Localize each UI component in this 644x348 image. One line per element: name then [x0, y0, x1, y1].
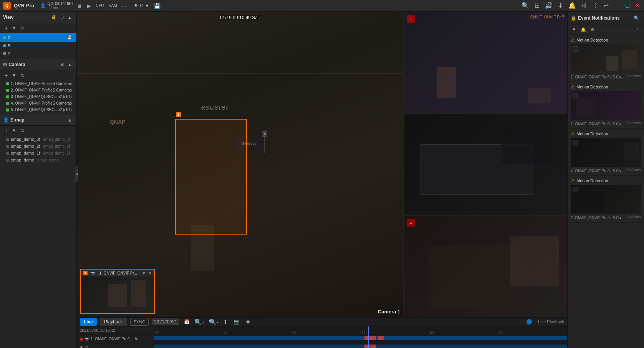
- layout-icon[interactable]: ⊞: [533, 1, 541, 10]
- view-sort-icon[interactable]: ⇅: [19, 25, 26, 32]
- camera-item-5[interactable]: 5. ONVIF_QNAP QUSBCam2 (ch1): [0, 107, 76, 113]
- zoom-in-btn[interactable]: 🔍+: [194, 318, 205, 326]
- event-time-3: Just now: [626, 168, 641, 173]
- monitor-icon[interactable]: 🖥: [75, 2, 84, 10]
- event-list: ⚠ Motion Detection 1. ONVIF_ONVIF Profil…: [568, 35, 644, 348]
- timeline-live-indicator[interactable]: [526, 319, 532, 325]
- event-filter-icon[interactable]: ⚑: [571, 27, 578, 33]
- export-icon[interactable]: ⬆: [222, 318, 229, 326]
- add-view-btn[interactable]: +: [3, 24, 9, 32]
- view-c-label: C: [8, 35, 11, 40]
- back-icon[interactable]: ↩: [603, 1, 610, 10]
- play-icon[interactable]: ▶: [85, 2, 93, 10]
- cam2-indicator: [6, 89, 9, 92]
- emap-item-1f[interactable]: ⊞ emap_demo_1f emap_demo_1f: [0, 150, 76, 157]
- cam2-close-btn[interactable]: ✕: [561, 13, 565, 19]
- popup-header: 1 📷 1. ONVIF_ONVIF Pr... ▼ ✕: [81, 270, 154, 276]
- timeline-c-row: 👁 C: [77, 343, 567, 348]
- c-track-label: C: [85, 345, 88, 348]
- playback-button[interactable]: Playback: [100, 318, 127, 326]
- event-item-2[interactable]: ⚠ Motion Detection 1. ONVIF_ONVIF Profil…: [568, 82, 644, 129]
- grid-icon[interactable]: ⊞: [59, 14, 65, 20]
- popup-dropdown-btn[interactable]: ▼: [142, 271, 146, 275]
- date-display[interactable]: 2021/02/21: [152, 318, 179, 325]
- emap-item-3f[interactable]: ⊞ emap_demo_3f emap_demo_3f: [0, 136, 76, 143]
- track-cam-name: 1. ONVIF_ONVIF Profi...: [91, 337, 132, 341]
- camera-item-2[interactable]: 2. ONVIF_ONVIF ProfileS Cameras: [0, 87, 76, 93]
- emap-3f-name: emap_demo_3f: [11, 137, 40, 142]
- event-bell-icon[interactable]: 🔔: [579, 27, 588, 33]
- event-item-1[interactable]: ⚠ Motion Detection 1. ONVIF_ONVIF Profil…: [568, 35, 644, 82]
- camera-sort-icon[interactable]: ⇅: [19, 72, 26, 79]
- cam-cell-2[interactable]: 1 ONVIF_ONVIF Pr... ✕: [404, 12, 567, 113]
- record-icon[interactable]: ⏺: [244, 318, 252, 325]
- save-view-icon[interactable]: 💾: [66, 35, 73, 40]
- more-dots-icon[interactable]: ⋮: [591, 1, 599, 10]
- emap-section-header[interactable]: 👤 E-map ▲: [0, 115, 76, 126]
- view-filter-icon[interactable]: ⚑: [11, 25, 18, 32]
- win-close[interactable]: ✕: [634, 1, 641, 10]
- alert-icon[interactable]: 🔔: [567, 1, 577, 10]
- event-item-4[interactable]: ⚠ Motion Detection 2. ONVIF_ONVIF Profil…: [568, 176, 644, 223]
- sidebar-item-C[interactable]: C 💾: [0, 33, 76, 42]
- sidebar-item-B[interactable]: B: [0, 42, 76, 50]
- win-minimize[interactable]: —: [613, 1, 621, 10]
- sync-button[interactable]: SYNC: [130, 318, 149, 326]
- c-track[interactable]: [154, 343, 567, 348]
- cpu-icon[interactable]: CPU: [94, 3, 105, 8]
- view-section-header[interactable]: View 🔒 ⊞ ▲: [0, 12, 76, 23]
- cam4-motion-indicator: 1: [407, 219, 415, 226]
- emap-filter-icon[interactable]: ⚑: [11, 128, 18, 134]
- volume-icon[interactable]: 🔊: [544, 1, 554, 10]
- timeline-time-label: 2021/02/01 10:16:42: [77, 328, 154, 333]
- download-icon[interactable]: ⬇: [557, 1, 564, 10]
- popup-close-btn[interactable]: ✕: [149, 271, 152, 275]
- search-icon[interactable]: 🔍: [520, 1, 530, 10]
- view-expand-icon[interactable]: ▲: [66, 14, 73, 20]
- eye-selector[interactable]: 👁 C ▼: [134, 3, 149, 8]
- add-camera-btn[interactable]: +: [3, 72, 9, 79]
- cam-expand-icon[interactable]: ▲: [66, 61, 73, 68]
- zoom-out-btn[interactable]: 🔍-: [209, 318, 219, 326]
- win-maximize[interactable]: □: [624, 1, 631, 10]
- emap-item-2f[interactable]: ⊞ emap_demo_2f emap_demo_2f: [0, 143, 76, 150]
- view-section-actions: 🔒 ⊞ ▲: [50, 14, 73, 20]
- view-add-row: + ⚑ ⇅: [0, 23, 76, 33]
- snapshot-icon[interactable]: 📷: [232, 318, 241, 325]
- eye-c-icon: 👁: [80, 345, 84, 348]
- event-item-3[interactable]: ⚠ Motion Detection 4. ONVIF_ONVIF Profil…: [568, 129, 644, 176]
- event-more-icon[interactable]: ⋮: [634, 27, 641, 33]
- live-button[interactable]: Live: [80, 318, 97, 326]
- more-icon[interactable]: ···: [120, 2, 128, 10]
- lock-icon[interactable]: 🔒: [50, 14, 58, 20]
- add-emap-btn[interactable]: +: [3, 127, 9, 135]
- track-filter-btn[interactable]: ⚑: [134, 336, 138, 342]
- event-gear-icon[interactable]: ⚙: [589, 27, 596, 33]
- main-camera-cell[interactable]: asuster Synology ✕ QNAP 1: [77, 12, 404, 317]
- view-section-title: View: [3, 15, 13, 20]
- c-motion-1: [364, 345, 376, 348]
- emap-item-base[interactable]: ⊞ emap_demo emap_demo: [0, 157, 76, 163]
- synology-close-btn[interactable]: ✕: [262, 131, 267, 137]
- camera-item-4[interactable]: 4. ONVIF_ONVIF ProfileS Cameras: [0, 100, 76, 107]
- cam-cell-3[interactable]: [404, 113, 567, 215]
- camera-filter-icon[interactable]: ⚑: [11, 72, 18, 79]
- cam-cell-4[interactable]: 1: [404, 215, 567, 317]
- ram-icon[interactable]: RAM: [107, 3, 119, 8]
- event-search-icon[interactable]: 🔍: [632, 15, 641, 22]
- track-cursor: [368, 335, 369, 343]
- save-icon[interactable]: 💾: [152, 2, 162, 10]
- sidebar-collapse-btn[interactable]: ◀: [75, 167, 77, 182]
- camera-item-1[interactable]: 1. ONVIF_ONVIF ProfileS Cameras: [0, 80, 76, 87]
- cam-grid-icon[interactable]: ⊞: [59, 61, 65, 68]
- calendar-icon[interactable]: 📅: [182, 318, 191, 325]
- camera-section-header[interactable]: ⊞ Camera ⊞ ▲: [0, 59, 76, 70]
- emap-sort-icon[interactable]: ⇅: [19, 128, 26, 134]
- camera-item-3[interactable]: 3. ONVIF_QNAP QUSBCam2 (ch1): [0, 93, 76, 100]
- settings-icon[interactable]: ⚙: [580, 1, 588, 10]
- cam5-indicator: [6, 108, 9, 112]
- emap-expand-icon[interactable]: ▲: [66, 117, 73, 123]
- camera-track[interactable]: [154, 335, 567, 343]
- timeline-ruler[interactable]: 00 04 08 12 16 20: [154, 326, 567, 335]
- sidebar-item-A[interactable]: A: [0, 50, 76, 57]
